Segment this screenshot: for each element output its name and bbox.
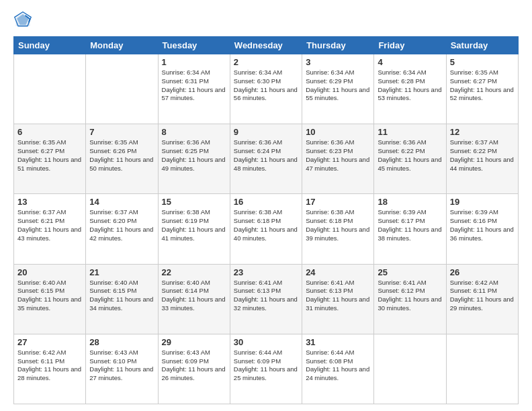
calendar-cell: 15 Sunrise: 6:38 AM Sunset: 6:19 PM Dayl… [158, 194, 230, 264]
cell-content: Sunrise: 6:35 AM Sunset: 6:27 PM Dayligh… [450, 68, 515, 103]
cell-content: Sunrise: 6:43 AM Sunset: 6:10 PM Dayligh… [89, 349, 154, 383]
cell-content: Sunrise: 6:34 AM Sunset: 6:31 PM Dayligh… [162, 68, 226, 103]
calendar-cell [446, 334, 518, 404]
day-number: 9 [234, 127, 298, 137]
day-number: 6 [17, 127, 82, 137]
weekday-header-row: SundayMondayTuesdayWednesdayThursdayFrid… [14, 37, 519, 54]
calendar-cell: 20 Sunrise: 6:40 AM Sunset: 6:15 PM Dayl… [14, 264, 86, 334]
calendar-cell: 21 Sunrise: 6:40 AM Sunset: 6:15 PM Dayl… [86, 264, 158, 334]
calendar-cell: 6 Sunrise: 6:35 AM Sunset: 6:27 PM Dayli… [14, 124, 86, 194]
calendar-cell: 14 Sunrise: 6:37 AM Sunset: 6:20 PM Dayl… [86, 194, 158, 264]
calendar-cell: 30 Sunrise: 6:44 AM Sunset: 6:09 PM Dayl… [230, 334, 302, 404]
day-number: 22 [162, 267, 226, 277]
calendar-cell: 16 Sunrise: 6:38 AM Sunset: 6:18 PM Dayl… [230, 194, 302, 264]
calendar-cell [14, 54, 86, 124]
calendar-cell: 2 Sunrise: 6:34 AM Sunset: 6:30 PM Dayli… [230, 54, 302, 124]
cell-content: Sunrise: 6:37 AM Sunset: 6:22 PM Dayligh… [450, 138, 515, 173]
day-number: 3 [306, 57, 370, 67]
day-number: 21 [89, 267, 154, 277]
day-number: 13 [17, 197, 82, 207]
day-number: 7 [89, 127, 154, 137]
calendar-cell: 4 Sunrise: 6:34 AM Sunset: 6:28 PM Dayli… [374, 54, 446, 124]
cell-content: Sunrise: 6:41 AM Sunset: 6:12 PM Dayligh… [378, 279, 442, 313]
day-number: 29 [162, 337, 226, 347]
weekday-header-sunday: Sunday [14, 37, 86, 54]
calendar-cell: 12 Sunrise: 6:37 AM Sunset: 6:22 PM Dayl… [446, 124, 518, 194]
day-number: 31 [306, 337, 370, 347]
cell-content: Sunrise: 6:35 AM Sunset: 6:26 PM Dayligh… [89, 138, 154, 173]
cell-content: Sunrise: 6:34 AM Sunset: 6:30 PM Dayligh… [234, 68, 298, 103]
day-number: 25 [378, 267, 442, 277]
day-number: 12 [450, 127, 515, 137]
cell-content: Sunrise: 6:36 AM Sunset: 6:23 PM Dayligh… [306, 138, 370, 173]
cell-content: Sunrise: 6:41 AM Sunset: 6:13 PM Dayligh… [306, 279, 370, 313]
cell-content: Sunrise: 6:34 AM Sunset: 6:29 PM Dayligh… [306, 68, 370, 103]
cell-content: Sunrise: 6:37 AM Sunset: 6:21 PM Dayligh… [17, 208, 82, 242]
calendar-cell: 19 Sunrise: 6:39 AM Sunset: 6:16 PM Dayl… [446, 194, 518, 264]
cell-content: Sunrise: 6:38 AM Sunset: 6:19 PM Dayligh… [162, 208, 226, 242]
cell-content: Sunrise: 6:44 AM Sunset: 6:08 PM Dayligh… [306, 349, 370, 383]
cell-content: Sunrise: 6:44 AM Sunset: 6:09 PM Dayligh… [234, 349, 298, 383]
calendar-cell: 28 Sunrise: 6:43 AM Sunset: 6:10 PM Dayl… [86, 334, 158, 404]
calendar-cell: 27 Sunrise: 6:42 AM Sunset: 6:11 PM Dayl… [14, 334, 86, 404]
weekday-header-thursday: Thursday [302, 37, 374, 54]
calendar-week-1: 1 Sunrise: 6:34 AM Sunset: 6:31 PM Dayli… [14, 54, 519, 124]
day-number: 8 [162, 127, 226, 137]
day-number: 11 [378, 127, 442, 137]
cell-content: Sunrise: 6:36 AM Sunset: 6:22 PM Dayligh… [378, 138, 442, 173]
day-number: 1 [162, 57, 226, 67]
calendar-cell: 9 Sunrise: 6:36 AM Sunset: 6:24 PM Dayli… [230, 124, 302, 194]
day-number: 5 [450, 57, 515, 67]
cell-content: Sunrise: 6:37 AM Sunset: 6:20 PM Dayligh… [89, 208, 154, 242]
calendar-cell: 11 Sunrise: 6:36 AM Sunset: 6:22 PM Dayl… [374, 124, 446, 194]
calendar-cell: 26 Sunrise: 6:42 AM Sunset: 6:11 PM Dayl… [446, 264, 518, 334]
cell-content: Sunrise: 6:43 AM Sunset: 6:09 PM Dayligh… [162, 349, 226, 383]
page: SundayMondayTuesdayWednesdayThursdayFrid… [0, 0, 532, 411]
day-number: 20 [17, 267, 82, 277]
day-number: 24 [306, 267, 370, 277]
day-number: 16 [234, 197, 298, 207]
cell-content: Sunrise: 6:35 AM Sunset: 6:27 PM Dayligh… [17, 138, 82, 173]
cell-content: Sunrise: 6:34 AM Sunset: 6:28 PM Dayligh… [378, 68, 442, 103]
logo-icon [13, 11, 32, 30]
cell-content: Sunrise: 6:39 AM Sunset: 6:17 PM Dayligh… [378, 208, 442, 242]
calendar-cell: 5 Sunrise: 6:35 AM Sunset: 6:27 PM Dayli… [446, 54, 518, 124]
day-number: 14 [89, 197, 154, 207]
cell-content: Sunrise: 6:41 AM Sunset: 6:13 PM Dayligh… [234, 279, 298, 313]
cell-content: Sunrise: 6:39 AM Sunset: 6:16 PM Dayligh… [450, 208, 515, 242]
day-number: 30 [234, 337, 298, 347]
calendar-cell [374, 334, 446, 404]
day-number: 23 [234, 267, 298, 277]
cell-content: Sunrise: 6:38 AM Sunset: 6:18 PM Dayligh… [306, 208, 370, 242]
calendar-cell: 13 Sunrise: 6:37 AM Sunset: 6:21 PM Dayl… [14, 194, 86, 264]
day-number: 19 [450, 197, 515, 207]
calendar-cell [86, 54, 158, 124]
calendar-week-2: 6 Sunrise: 6:35 AM Sunset: 6:27 PM Dayli… [14, 124, 519, 194]
day-number: 18 [378, 197, 442, 207]
day-number: 28 [89, 337, 154, 347]
day-number: 4 [378, 57, 442, 67]
calendar-cell: 18 Sunrise: 6:39 AM Sunset: 6:17 PM Dayl… [374, 194, 446, 264]
calendar-week-3: 13 Sunrise: 6:37 AM Sunset: 6:21 PM Dayl… [14, 194, 519, 264]
weekday-header-friday: Friday [374, 37, 446, 54]
weekday-header-tuesday: Tuesday [158, 37, 230, 54]
calendar-week-5: 27 Sunrise: 6:42 AM Sunset: 6:11 PM Dayl… [14, 334, 519, 404]
day-number: 15 [162, 197, 226, 207]
day-number: 10 [306, 127, 370, 137]
calendar-cell: 3 Sunrise: 6:34 AM Sunset: 6:29 PM Dayli… [302, 54, 374, 124]
day-number: 2 [234, 57, 298, 67]
cell-content: Sunrise: 6:40 AM Sunset: 6:15 PM Dayligh… [89, 279, 154, 313]
calendar-cell: 7 Sunrise: 6:35 AM Sunset: 6:26 PM Dayli… [86, 124, 158, 194]
calendar-cell: 1 Sunrise: 6:34 AM Sunset: 6:31 PM Dayli… [158, 54, 230, 124]
calendar-table: SundayMondayTuesdayWednesdayThursdayFrid… [13, 36, 519, 404]
cell-content: Sunrise: 6:42 AM Sunset: 6:11 PM Dayligh… [450, 279, 515, 313]
cell-content: Sunrise: 6:38 AM Sunset: 6:18 PM Dayligh… [234, 208, 298, 242]
cell-content: Sunrise: 6:40 AM Sunset: 6:14 PM Dayligh… [162, 279, 226, 313]
weekday-header-wednesday: Wednesday [230, 37, 302, 54]
cell-content: Sunrise: 6:40 AM Sunset: 6:15 PM Dayligh… [17, 279, 82, 313]
calendar-cell: 25 Sunrise: 6:41 AM Sunset: 6:12 PM Dayl… [374, 264, 446, 334]
calendar-body: 1 Sunrise: 6:34 AM Sunset: 6:31 PM Dayli… [14, 54, 519, 404]
logo [13, 11, 35, 30]
day-number: 17 [306, 197, 370, 207]
calendar-week-4: 20 Sunrise: 6:40 AM Sunset: 6:15 PM Dayl… [14, 264, 519, 334]
